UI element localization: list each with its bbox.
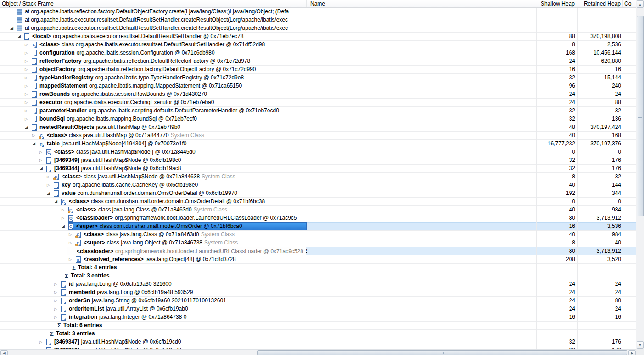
- vertical-scrollbar-thumb[interactable]: [637, 16, 644, 216]
- tree-row[interactable]: ▷C<class>class java.util.HashMap$Node @ …: [0, 173, 636, 181]
- tree-row[interactable]: ▷rowBoundsorg.apache.ibatis.session.RowB…: [0, 90, 636, 99]
- expand-arrow-expanded-icon[interactable]: ◢: [17, 33, 24, 40]
- expand-arrow-expanded-icon[interactable]: ◢: [47, 189, 53, 197]
- name-cell: [307, 206, 536, 214]
- expand-arrow-collapsed-icon[interactable]: ▷: [25, 107, 31, 115]
- expand-arrow-collapsed-icon[interactable]: ▷: [54, 305, 61, 313]
- tree-row[interactable]: ▷objectFactoryorg.apache.ibatis.reflecti…: [0, 66, 636, 74]
- tree-row[interactable]: ▷mappedStatementorg.apache.ibatis.mappin…: [0, 82, 636, 90]
- tree-row[interactable]: at org.apache.ibatis.executor.resultset.…: [0, 16, 636, 24]
- tree-row[interactable]: ▷memberIdjava.lang.Long @ 0x6cfb19a48 59…: [0, 288, 636, 297]
- expand-arrow-collapsed-icon[interactable]: ▷: [25, 115, 31, 123]
- expand-arrow-collapsed-icon[interactable]: ▷: [25, 82, 31, 90]
- expand-arrow-collapsed-icon[interactable]: ▷: [69, 255, 75, 263]
- tree-row[interactable]: ▷integrationjava.lang.Integer @ 0x71a864…: [0, 313, 636, 322]
- expand-arrow-collapsed-icon[interactable]: ▷: [54, 288, 61, 296]
- tree-row[interactable]: ▷orderSnjava.lang.String @ 0x6cfb19a60 2…: [0, 297, 636, 305]
- scroll-up-arrow-icon[interactable]: ▲: [637, 0, 644, 8]
- expand-arrow-collapsed-icon[interactable]: ▷: [25, 66, 31, 73]
- field-label: reflectorFactory: [39, 57, 81, 65]
- tree-row[interactable]: ▷executororg.apache.ibatis.executor.Cach…: [0, 99, 636, 107]
- tree-row[interactable]: ▷[]<resolved_references>java.lang.Object…: [0, 255, 636, 264]
- sum-icon: Σ: [72, 264, 78, 271]
- expand-arrow-expanded-icon[interactable]: ◢: [25, 123, 31, 131]
- column-header-name[interactable]: Name: [307, 0, 536, 7]
- expand-arrow-collapsed-icon[interactable]: ▷: [32, 132, 39, 139]
- tree-row[interactable]: ▷C<super>class java.lang.Object @ 0x71a8…: [0, 239, 636, 247]
- tree-row[interactable]: ▷C<class>class java.lang.Class @ 0x71a84…: [0, 231, 636, 239]
- object-description: java.lang.Long @ 0x6cfb19a48 593529: [97, 288, 193, 296]
- horizontal-scrollbar[interactable]: ◀ ▶: [0, 349, 636, 355]
- tree-row[interactable]: ◢[3469344]java.util.HashMap$Node @ 0x6cf…: [0, 165, 636, 173]
- expand-arrow-collapsed-icon[interactable]: ▷: [47, 181, 53, 189]
- expand-arrow-collapsed-icon[interactable]: ▷: [47, 173, 53, 181]
- row-content: orderItemListjava.util.ArrayList @ 0x6cf…: [61, 305, 307, 313]
- expand-arrow-collapsed-icon[interactable]: ▷: [25, 57, 31, 65]
- tree-row[interactable]: ◢C<class>class com.dunshan.mall.order.do…: [0, 198, 636, 206]
- expand-arrow-collapsed-icon[interactable]: ▷: [25, 49, 31, 57]
- expand-arrow-collapsed-icon[interactable]: ▷: [54, 280, 61, 288]
- tree-row[interactable]: ▷idjava.lang.Long @ 0x6cfb19a30 32160024…: [0, 280, 636, 288]
- tree-row[interactable]: ▷O<classloader>org.springframework.boot.…: [0, 214, 636, 222]
- expand-arrow-collapsed-icon[interactable]: ▷: [39, 338, 46, 346]
- expand-arrow-expanded-icon[interactable]: ◢: [54, 198, 61, 205]
- tree-row[interactable]: ▷typeHandlerRegistryorg.apache.ibatis.ty…: [0, 74, 636, 82]
- expand-arrow-collapsed-icon[interactable]: ▷: [62, 206, 68, 214]
- column-header-shallow-heap[interactable]: Shallow Heap: [536, 0, 577, 7]
- tree-row[interactable]: ΣTotal: 3 entries: [0, 330, 636, 338]
- expand-arrow-expanded-icon[interactable]: ◢: [39, 165, 46, 172]
- expand-arrow-collapsed-icon[interactable]: ▷: [69, 231, 75, 239]
- tree-row[interactable]: ▷C<class>class java.util.HashMap$Node[] …: [0, 148, 636, 156]
- expand-arrow-collapsed-icon[interactable]: ▷: [39, 156, 46, 164]
- tree-row[interactable]: at org.apache.ibatis.reflection.factory.…: [0, 8, 636, 16]
- tree-row[interactable]: ΣTotal: 4 entries: [0, 264, 636, 272]
- tree-row[interactable]: ▷configurationorg.apache.ibatis.session.…: [0, 49, 636, 57]
- row-content: executororg.apache.ibatis.executor.Cachi…: [31, 99, 307, 106]
- expand-arrow-collapsed-icon[interactable]: ▷: [25, 90, 31, 98]
- tree-row[interactable]: ▷[3469349]java.util.HashMap$Node @ 0x6cf…: [0, 156, 636, 165]
- expand-arrow-expanded-icon[interactable]: ◢: [62, 222, 68, 230]
- expand-arrow-collapsed-icon[interactable]: ▷: [39, 148, 46, 156]
- tree-row[interactable]: ΣTotal: 3 entries: [0, 272, 636, 280]
- co-cell: [623, 41, 636, 49]
- expand-arrow-expanded-icon[interactable]: ◢: [10, 24, 17, 32]
- tree-row[interactable]: ΣTotal: 6 entries: [0, 322, 636, 330]
- tree-row[interactable]: ◢<local>org.apache.ibatis.executor.resul…: [0, 33, 636, 41]
- object-description: org.apache.ibatis.reflection.factory.Def…: [78, 66, 256, 73]
- name-cell: [307, 8, 536, 16]
- scroll-right-arrow-icon[interactable]: ▶: [628, 350, 636, 355]
- tree-row[interactable]: ▷parameterHandlerorg.apache.ibatis.scrip…: [0, 107, 636, 115]
- scroll-down-arrow-icon[interactable]: ▼: [637, 341, 644, 349]
- column-header-retained-heap[interactable]: Retained Heap: [577, 0, 623, 7]
- expand-arrow-collapsed-icon[interactable]: ▷: [25, 74, 31, 82]
- tree-row[interactable]: ◢C<super>class com.dunshan.mall.model.Om…: [0, 222, 636, 231]
- tree-row[interactable]: ▷C<class>class java.lang.Class @ 0x71a84…: [0, 206, 636, 214]
- row-content: integrationjava.lang.Integer @ 0x71a8647…: [61, 313, 307, 321]
- class-icon: C: [68, 223, 74, 230]
- tree-row[interactable]: ◢at org.apache.ibatis.executor.resultset…: [0, 24, 636, 33]
- expand-arrow-collapsed-icon[interactable]: ▷: [69, 239, 75, 247]
- tree-row[interactable]: ◢valuecom.dunshan.mall.order.domain.OmsO…: [0, 189, 636, 198]
- expand-arrow-collapsed-icon[interactable]: ▷: [25, 99, 31, 106]
- expand-arrow-expanded-icon[interactable]: ◢: [32, 140, 39, 148]
- expand-arrow-collapsed-icon[interactable]: ▷: [54, 297, 61, 305]
- column-header-co[interactable]: Co: [623, 0, 636, 7]
- tree-row[interactable]: ▷reflectorFactoryorg.apache.ibatis.refle…: [0, 57, 636, 66]
- expand-arrow-collapsed-icon[interactable]: ▷: [54, 313, 61, 321]
- tree-row[interactable]: ▷C<class>class java.util.HashMap @ 0x71a…: [0, 132, 636, 140]
- tree-row[interactable]: ▷boundSqlorg.apache.ibatis.mapping.Bound…: [0, 115, 636, 123]
- column-header-object-stack-frame[interactable]: Object / Stack Frame: [0, 0, 307, 7]
- shallow-heap-cell: 168: [536, 49, 577, 57]
- expand-arrow-collapsed-icon[interactable]: ▷: [62, 214, 68, 222]
- horizontal-scrollbar-thumb[interactable]: [257, 350, 627, 355]
- tree-row[interactable]: ◢[]tablejava.util.HashMap$Node[4194304] …: [0, 140, 636, 148]
- expand-arrow-collapsed-icon[interactable]: ▷: [25, 41, 31, 49]
- vertical-scrollbar[interactable]: ▲ ▼: [636, 0, 644, 349]
- tree-row[interactable]: ▷C<class>class org.apache.ibatis.executo…: [0, 41, 636, 49]
- tree-row[interactable]: ▷orderItemListjava.util.ArrayList @ 0x6c…: [0, 305, 636, 313]
- tree-row[interactable]: ▷[3469347]java.util.HashMap$Node @ 0x6cf…: [0, 338, 636, 346]
- tree-row[interactable]: ▷keyorg.apache.ibatis.cache.CacheKey @ 0…: [0, 181, 636, 189]
- tree-row[interactable]: ◢nestedResultObjectsjava.util.HashMap @ …: [0, 123, 636, 132]
- scroll-left-arrow-icon[interactable]: ◀: [0, 350, 8, 355]
- retained-heap-cell: 0: [577, 148, 623, 156]
